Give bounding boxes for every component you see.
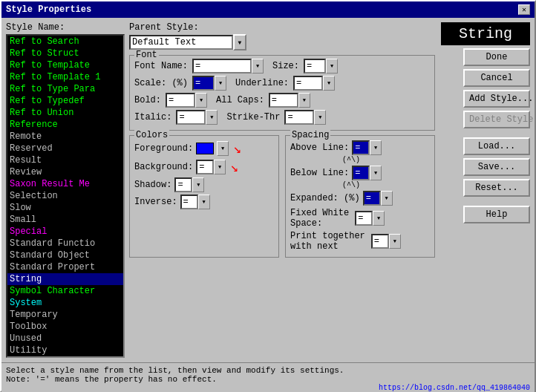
font-name-label: Font Name:: [134, 61, 188, 71]
foreground-dropdown[interactable]: ▼: [217, 141, 229, 156]
list-item[interactable]: Standard Functio: [7, 238, 123, 249]
size-dropdown[interactable]: ▼: [326, 59, 338, 74]
size-input[interactable]: [304, 59, 326, 74]
below-line-dropdown[interactable]: ▼: [370, 166, 382, 180]
below-line-label: Below Line:: [290, 168, 349, 178]
bold-dropdown[interactable]: ▼: [195, 93, 207, 108]
all-caps-label: All Caps:: [216, 95, 264, 105]
load-button[interactable]: Load...: [463, 137, 530, 155]
list-item[interactable]: Toolbox: [7, 321, 123, 333]
shadow-dropdown[interactable]: ▼: [192, 177, 204, 192]
style-list[interactable]: Ref to SearchRef to StructRef to Templat…: [7, 36, 123, 356]
fixed-white-row: Fixed White Space: ▼: [290, 208, 430, 229]
list-item[interactable]: Special: [7, 226, 123, 238]
bg-select-group: ▼: [196, 160, 226, 174]
list-item[interactable]: Result: [7, 154, 123, 166]
expanded-input[interactable]: [363, 191, 381, 206]
font-group: Font Font Name: ▼ Size: ▼: [129, 55, 435, 131]
font-name-dropdown[interactable]: ▼: [252, 59, 264, 74]
above-line-input[interactable]: [352, 140, 370, 155]
list-item[interactable]: Review: [7, 166, 123, 178]
fixed-white-label1: Fixed White: [290, 208, 349, 218]
list-item[interactable]: Small: [7, 214, 123, 226]
list-item[interactable]: Reference: [7, 119, 123, 131]
spacing-label: Spacing: [290, 130, 330, 140]
inverse-input[interactable]: [180, 195, 198, 209]
scale-input[interactable]: [192, 76, 215, 91]
list-item[interactable]: Utility: [7, 344, 123, 356]
fixed-white-input[interactable]: [355, 211, 373, 226]
inverse-dropdown[interactable]: ▼: [198, 195, 210, 209]
fixed-white-dropdown[interactable]: ▼: [373, 211, 385, 226]
below-line-note: (^\): [342, 181, 430, 189]
font-group-label: Font: [134, 50, 159, 60]
list-item[interactable]: Saxon Result Me: [7, 178, 123, 190]
list-item[interactable]: Reserved: [7, 143, 123, 154]
shadow-label: Shadow:: [134, 180, 171, 190]
list-item[interactable]: Standard Propert: [7, 261, 123, 273]
list-item[interactable]: System: [7, 297, 123, 309]
size-select-group: ▼: [304, 59, 338, 74]
above-line-note: (^\): [342, 156, 430, 164]
strike-dropdown[interactable]: ▼: [314, 110, 326, 125]
below-line-row: Below Line: ▼: [290, 166, 430, 180]
italic-input[interactable]: [176, 110, 206, 125]
list-item[interactable]: Ref to Type Para: [7, 83, 123, 95]
save-button[interactable]: Save...: [463, 158, 530, 176]
above-line-row: Above Line: ▼: [290, 140, 430, 155]
foreground-swatch[interactable]: [196, 143, 214, 154]
shadow-input[interactable]: [174, 177, 192, 192]
cancel-button[interactable]: Cancel: [463, 69, 530, 87]
bold-label: Bold:: [134, 95, 161, 105]
scale-dropdown[interactable]: ▼: [215, 76, 226, 91]
status-text: Select a style name from the list, then …: [6, 366, 530, 375]
list-item[interactable]: Remote: [7, 131, 123, 143]
background-row: Background: ▼ ↘: [134, 159, 274, 175]
list-item[interactable]: Ref to Template 1: [7, 71, 123, 83]
all-caps-input[interactable]: [269, 93, 298, 108]
list-item[interactable]: Ref to Struct: [7, 48, 123, 59]
list-item[interactable]: String: [7, 273, 123, 285]
list-item[interactable]: Temporary: [7, 309, 123, 321]
expanded-label: Expanded: (%): [290, 193, 360, 203]
parent-style-input[interactable]: [129, 35, 233, 50]
parent-style-dropdown[interactable]: ▼: [233, 34, 246, 50]
reset-button[interactable]: Reset...: [463, 179, 530, 197]
list-item[interactable]: Selection: [7, 190, 123, 202]
bg-input[interactable]: [196, 160, 214, 174]
print-together-dropdown[interactable]: ▼: [389, 234, 401, 249]
bold-input[interactable]: [166, 93, 195, 108]
right-col: String Done Cancel Add Style... Delete S…: [441, 22, 530, 223]
italic-dropdown[interactable]: ▼: [206, 110, 218, 125]
print-together-input[interactable]: [371, 234, 389, 249]
below-line-input[interactable]: [352, 166, 370, 180]
inverse-label: Inverse:: [134, 197, 177, 207]
done-button[interactable]: Done: [463, 48, 530, 66]
list-item[interactable]: Symbol Character: [7, 285, 123, 297]
spacing-group: Spacing Above Line: ▼ (^\): [285, 135, 435, 258]
list-item[interactable]: Unused: [7, 333, 123, 344]
all-caps-dropdown[interactable]: ▼: [298, 93, 310, 108]
font-name-input[interactable]: [192, 59, 252, 74]
list-item[interactable]: Ref to Template: [7, 59, 123, 71]
above-line-dropdown[interactable]: ▼: [370, 140, 382, 155]
list-item[interactable]: Ref to Typedef: [7, 95, 123, 107]
bg-dropdown[interactable]: ▼: [214, 160, 226, 174]
list-item[interactable]: Ref to Search: [7, 36, 123, 48]
help-button[interactable]: Help: [463, 206, 530, 223]
list-item[interactable]: Slow: [7, 202, 123, 214]
strike-input[interactable]: [284, 110, 314, 125]
main-content: Style Name: Ref to SearchRef to StructRe…: [1, 18, 535, 362]
underline-input[interactable]: [293, 76, 323, 91]
add-style-button[interactable]: Add Style...: [463, 90, 530, 108]
url-bar: https://blog.csdn.net/qq_419864040: [6, 384, 530, 392]
close-button[interactable]: ✕: [518, 4, 530, 15]
below-line-select: ▼: [352, 166, 382, 180]
delete-style-button[interactable]: Delete Style: [463, 111, 530, 128]
list-item[interactable]: Ref to Union: [7, 107, 123, 119]
window-title: Style Properties: [6, 4, 91, 15]
underline-dropdown[interactable]: ▼: [323, 76, 335, 91]
list-item[interactable]: Standard Object: [7, 249, 123, 261]
expanded-dropdown[interactable]: ▼: [381, 191, 393, 206]
bold-select-group: ▼: [166, 93, 207, 108]
